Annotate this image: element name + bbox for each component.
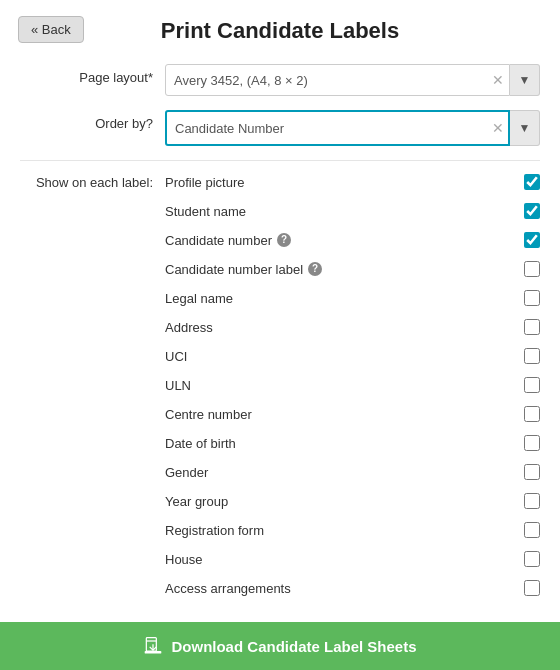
checkbox-uln[interactable] (524, 377, 540, 393)
download-footer[interactable]: Download Candidate Label Sheets (0, 622, 560, 670)
checkbox-profile-picture[interactable] (524, 174, 540, 190)
checkbox-label-address: Address (165, 320, 520, 335)
checkbox-label-gender: Gender (165, 465, 520, 480)
checkbox-label-registration-form: Registration form (165, 523, 520, 538)
checkbox-candidate-number-label[interactable] (524, 261, 540, 277)
checkbox-uci[interactable] (524, 348, 540, 364)
checkbox-row: Student name (165, 200, 540, 222)
divider (20, 160, 540, 161)
checkbox-row: Centre number (165, 403, 540, 425)
checkbox-label-candidate-number-label: Candidate number label? (165, 262, 520, 277)
checkbox-row: Gender (165, 461, 540, 483)
order-by-row: Order by? ✕ ▼ (20, 110, 540, 146)
checkboxes-block: Show on each label: Profile pictureStude… (20, 171, 540, 606)
checkbox-row: Candidate number? (165, 229, 540, 251)
checkbox-label-candidate-number: Candidate number? (165, 233, 520, 248)
page-layout-input[interactable] (165, 64, 510, 96)
checkbox-row: Address (165, 316, 540, 338)
checkbox-label-uci: UCI (165, 349, 520, 364)
checkbox-row: Registration form (165, 519, 540, 541)
checkbox-registration-form[interactable] (524, 522, 540, 538)
checkbox-label-profile-picture: Profile picture (165, 175, 520, 190)
form-area: Page layout* ✕ ▼ Order by? ✕ ▼ Show on e… (0, 54, 560, 622)
info-icon-candidate-number[interactable]: ? (277, 233, 291, 247)
page-layout-label: Page layout* (20, 64, 165, 85)
checkbox-date-of-birth[interactable] (524, 435, 540, 451)
checkbox-row: Legal name (165, 287, 540, 309)
checkbox-label-access-arrangements: Access arrangements (165, 581, 520, 596)
order-by-wrapper: ✕ ▼ (165, 110, 540, 146)
checkbox-row: UCI (165, 345, 540, 367)
checkbox-year-group[interactable] (524, 493, 540, 509)
page-layout-wrapper: ✕ ▼ (165, 64, 540, 96)
checkbox-house[interactable] (524, 551, 540, 567)
order-by-input[interactable] (165, 110, 510, 146)
checkbox-access-arrangements[interactable] (524, 580, 540, 596)
checkbox-student-name[interactable] (524, 203, 540, 219)
checkbox-gender[interactable] (524, 464, 540, 480)
checkbox-label-house: House (165, 552, 520, 567)
checkbox-label-uln: ULN (165, 378, 520, 393)
page-layout-clear-button[interactable]: ✕ (492, 73, 504, 87)
checkbox-label-student-name: Student name (165, 204, 520, 219)
svg-rect-3 (145, 651, 162, 654)
page-container: « Back Print Candidate Labels Page layou… (0, 0, 560, 670)
checkbox-label-date-of-birth: Date of birth (165, 436, 520, 451)
checkbox-label-legal-name: Legal name (165, 291, 520, 306)
checkbox-row: Candidate number label? (165, 258, 540, 280)
order-by-arrow[interactable]: ▼ (510, 110, 540, 146)
checkbox-legal-name[interactable] (524, 290, 540, 306)
checkbox-row: Date of birth (165, 432, 540, 454)
checkbox-address[interactable] (524, 319, 540, 335)
show-label: Show on each label: (20, 171, 165, 190)
checkbox-row: House (165, 548, 540, 570)
checkbox-row: Profile picture (165, 171, 540, 193)
checkbox-label-year-group: Year group (165, 494, 520, 509)
page-layout-row: Page layout* ✕ ▼ (20, 64, 540, 96)
back-button[interactable]: « Back (18, 16, 84, 43)
download-label: Download Candidate Label Sheets (171, 638, 416, 655)
checkbox-row: Access arrangements (165, 577, 540, 599)
info-icon-candidate-number-label[interactable]: ? (308, 262, 322, 276)
checkbox-row: ULN (165, 374, 540, 396)
page-title: Print Candidate Labels (20, 18, 540, 44)
page-layout-arrow[interactable]: ▼ (510, 64, 540, 96)
checkbox-candidate-number[interactable] (524, 232, 540, 248)
order-by-clear-button[interactable]: ✕ (492, 120, 504, 136)
download-icon (143, 636, 163, 656)
order-by-label: Order by? (20, 110, 165, 131)
page-header: « Back Print Candidate Labels (0, 0, 560, 54)
checkboxes-list: Profile pictureStudent nameCandidate num… (165, 171, 540, 606)
checkbox-row: Year group (165, 490, 540, 512)
checkbox-label-centre-number: Centre number (165, 407, 520, 422)
checkbox-centre-number[interactable] (524, 406, 540, 422)
